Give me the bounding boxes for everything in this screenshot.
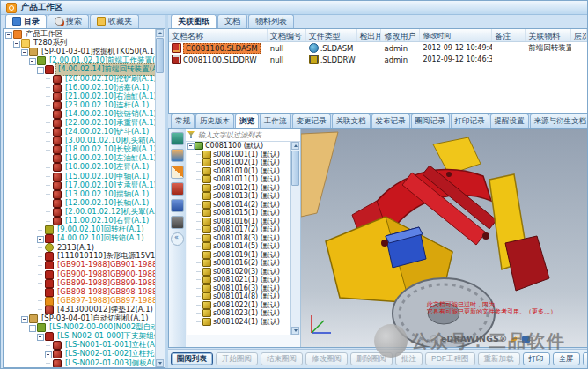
document-tab[interactable]: 文档 [217, 14, 247, 28]
expander-icon[interactable] [195, 159, 202, 166]
review-button[interactable]: 结束圈阅 [261, 352, 303, 365]
expander-icon[interactable] [195, 318, 202, 326]
detail-tab[interactable]: 提醒设置 [490, 114, 529, 128]
expander-icon[interactable] [195, 284, 202, 292]
scroll-up-icon[interactable] [291, 142, 299, 150]
tree-scrollbar[interactable] [155, 29, 165, 367]
expander-icon[interactable] [36, 235, 44, 243]
review-button[interactable]: 开始圈阅 [216, 352, 258, 365]
column-header[interactable]: 文档名称 [169, 29, 268, 41]
expander-icon[interactable] [44, 199, 52, 207]
left-tab[interactable]: 搜索 [48, 14, 89, 28]
expander-icon[interactable] [44, 173, 52, 181]
expander-icon[interactable] [44, 75, 52, 83]
column-header[interactable]: 层次 [571, 29, 587, 41]
expander-icon[interactable] [44, 137, 52, 145]
expander-icon[interactable] [195, 234, 202, 242]
action-button[interactable]: 打印 [523, 352, 550, 365]
collapse-panel-icon[interactable] [171, 232, 184, 246]
snapshot-icon[interactable] [171, 149, 184, 162]
expander-icon[interactable] [195, 242, 202, 250]
action-button[interactable]: 关闭 [583, 352, 588, 365]
expander-icon[interactable] [12, 40, 20, 48]
expander-icon[interactable] [195, 276, 202, 284]
tree-node[interactable]: [LS-N002-01-003]侧板A(A.1) [4, 358, 156, 367]
detail-tab[interactable]: 浏览 [235, 114, 259, 128]
document-tab[interactable]: 关联图纸 [171, 14, 217, 28]
detail-tab[interactable]: 关联文档 [332, 114, 371, 128]
expander-icon[interactable] [44, 84, 52, 92]
action-button[interactable]: 全屏 [553, 352, 580, 365]
expander-icon[interactable] [44, 218, 52, 225]
detail-tab[interactable]: 变更记录 [292, 114, 331, 128]
expander-icon[interactable] [20, 48, 28, 56]
column-header[interactable]: 修改时间 [420, 29, 492, 41]
expander-icon[interactable] [44, 119, 52, 127]
expander-icon[interactable] [44, 129, 52, 137]
expander-icon[interactable] [195, 184, 202, 192]
move-component-icon[interactable] [171, 182, 184, 196]
expander-icon[interactable] [20, 315, 28, 323]
expander-icon[interactable] [36, 288, 44, 296]
expander-icon[interactable] [195, 192, 202, 200]
expander-icon[interactable] [195, 175, 202, 183]
layers-icon[interactable] [171, 199, 184, 212]
scroll-up-icon[interactable] [156, 29, 164, 37]
expander-icon[interactable] [195, 218, 202, 225]
expander-icon[interactable] [36, 333, 44, 341]
review-button[interactable]: 修改圈阅 [305, 352, 348, 365]
detail-tab[interactable]: 来源与衍生文档 [530, 114, 588, 128]
scrollbar-thumb[interactable] [156, 38, 164, 73]
expander-icon[interactable] [4, 31, 12, 39]
expander-icon[interactable] [195, 225, 202, 233]
expander-icon[interactable] [36, 262, 44, 269]
expander-icon[interactable] [36, 253, 44, 261]
detail-tab[interactable]: 历史版本 [195, 114, 234, 128]
expander-icon[interactable] [44, 181, 52, 189]
component-row[interactable]: s0081024(1) (默认) [187, 318, 292, 327]
document-tab[interactable]: 物料列表 [248, 14, 294, 28]
expander-icon[interactable] [195, 209, 202, 217]
detail-tab[interactable]: 工作流 [260, 114, 291, 128]
expander-icon[interactable] [36, 306, 44, 314]
expander-icon[interactable] [36, 66, 44, 74]
expander-icon[interactable] [28, 57, 36, 65]
model-tree-icon[interactable] [171, 132, 184, 145]
expander-icon[interactable] [195, 309, 202, 317]
action-button[interactable]: 重新加载 [478, 352, 520, 365]
expander-icon[interactable] [44, 342, 52, 350]
expander-icon[interactable] [36, 279, 44, 287]
review-button[interactable]: 删除圈阅 [350, 352, 393, 365]
expander-icon[interactable] [195, 151, 202, 159]
viewport-3d[interactable]: 此文档可能已过时，因为 它具有可能已更新的文件参考引用。（更多…） eDRAWI… [301, 129, 588, 347]
tree-node[interactable]: 产品工作区 [4, 30, 156, 39]
tree-node[interactable]: [4.00.02.10]回转箱(A.1) [4, 234, 156, 243]
column-header[interactable]: 文件类型 [306, 29, 357, 41]
expander-icon[interactable] [195, 201, 202, 209]
column-header[interactable]: 修改用户 [381, 29, 420, 41]
scroll-down-icon[interactable] [291, 327, 299, 335]
expander-icon[interactable] [195, 251, 202, 259]
detail-tab[interactable]: 圈阅记录 [411, 114, 450, 128]
action-button[interactable]: 批注 [395, 352, 423, 365]
component-scrollbar[interactable] [290, 142, 300, 335]
column-header[interactable]: 文档编号 [268, 29, 306, 41]
expander-icon[interactable] [36, 270, 44, 278]
expander-icon[interactable] [36, 297, 44, 305]
left-tab[interactable]: 目录 [5, 14, 47, 28]
scrollbar-thumb[interactable] [291, 151, 299, 186]
expander-icon[interactable] [195, 301, 202, 309]
table-row[interactable]: C0081100.SLDASM null .SLDASM admin 2012-… [169, 42, 587, 54]
expander-icon[interactable] [195, 259, 202, 267]
column-header[interactable]: 检出用户 [357, 29, 382, 41]
review-button[interactable]: 圈阅列表 [171, 352, 213, 365]
detail-tab[interactable]: 常规 [171, 114, 195, 128]
scroll-down-icon[interactable] [156, 359, 164, 367]
markup-pencil-icon[interactable] [171, 166, 184, 179]
expander-icon[interactable] [195, 292, 202, 300]
detail-tab[interactable]: 发布记录 [371, 114, 410, 128]
expander-icon[interactable] [44, 146, 52, 154]
expander-icon[interactable] [44, 92, 52, 100]
stamp-icon[interactable] [171, 216, 184, 229]
column-header[interactable]: 备注 [492, 29, 526, 41]
